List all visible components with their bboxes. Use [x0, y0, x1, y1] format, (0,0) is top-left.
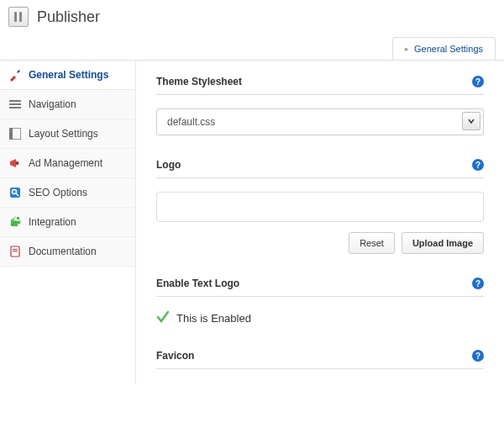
help-icon[interactable]: ?: [472, 159, 484, 171]
sidebar-item-label: SEO Options: [29, 187, 87, 198]
layout-icon: [8, 127, 22, 140]
svg-rect-0: [14, 12, 17, 22]
reset-button[interactable]: Reset: [349, 232, 395, 254]
section-head: Logo ?: [156, 159, 484, 178]
sidebar-item-documentation[interactable]: Documentation: [0, 237, 135, 267]
tools-icon: [8, 68, 22, 82]
section-enable-text-logo: Enable Text Logo ? This is Enabled: [156, 278, 484, 326]
help-icon[interactable]: ?: [472, 350, 484, 362]
upload-image-button[interactable]: Upload Image: [402, 232, 484, 254]
section-head: Favicon ?: [156, 350, 484, 369]
stylesheet-select-wrap: [156, 108, 484, 135]
svg-rect-13: [13, 249, 18, 250]
sidebar-item-label: Ad Management: [29, 157, 102, 169]
sidebar-item-label: Documentation: [29, 246, 97, 257]
section-head: Enable Text Logo ?: [156, 278, 484, 297]
main-content: Theme Stylesheet ? Logo ? Reset Upload I…: [136, 61, 504, 384]
sidebar-item-label: Layout Settings: [29, 128, 98, 140]
tab-label: General Settings: [414, 44, 483, 54]
sidebar-item-label: Integration: [29, 216, 76, 228]
sidebar-item-label: Navigation: [29, 98, 76, 110]
tab-arrow-icon: ▸: [405, 45, 409, 53]
svg-rect-7: [9, 128, 13, 140]
svg-rect-14: [13, 251, 18, 251]
enabled-status-row: This is Enabled: [156, 310, 484, 326]
svg-rect-3: [9, 100, 21, 102]
section-head: Theme Stylesheet ?: [156, 76, 484, 95]
sidebar-item-general-settings[interactable]: General Settings: [0, 61, 135, 90]
sidebar-item-seo-options[interactable]: SEO Options: [0, 178, 135, 208]
sidebar-item-ad-management[interactable]: Ad Management: [0, 149, 135, 178]
logo-button-row: Reset Upload Image: [156, 232, 484, 254]
app-title: Publisher: [37, 8, 100, 26]
sidebar-item-navigation[interactable]: Navigation: [0, 90, 135, 119]
sidebar-item-label: General Settings: [29, 69, 108, 81]
logo-input[interactable]: [156, 192, 484, 222]
svg-rect-8: [16, 161, 18, 165]
help-icon[interactable]: ?: [472, 278, 484, 289]
list-icon: [8, 98, 22, 111]
tab-general-settings[interactable]: ▸ General Settings: [392, 37, 496, 60]
svg-rect-5: [9, 107, 21, 108]
megaphone-icon: [8, 156, 22, 170]
app-header: Publisher: [0, 0, 504, 37]
svg-rect-9: [10, 188, 20, 198]
svg-rect-4: [9, 103, 21, 105]
help-icon[interactable]: ?: [472, 76, 484, 87]
app-logo-icon: [8, 7, 29, 27]
main-layout: General Settings Navigation Layout Setti…: [0, 61, 504, 384]
section-label: Logo: [156, 159, 181, 171]
check-icon: [156, 310, 170, 326]
enabled-status-text: This is Enabled: [176, 312, 251, 325]
document-icon: [8, 245, 22, 258]
svg-point-2: [18, 71, 19, 72]
sidebar-item-integration[interactable]: Integration: [0, 208, 135, 237]
section-favicon: Favicon ?: [156, 350, 484, 369]
search-icon: [8, 186, 22, 199]
section-theme-stylesheet: Theme Stylesheet ?: [156, 76, 484, 135]
sidebar-item-layout-settings[interactable]: Layout Settings: [0, 119, 135, 149]
svg-rect-1: [19, 12, 22, 22]
section-label: Enable Text Logo: [156, 278, 239, 289]
section-logo: Logo ? Reset Upload Image: [156, 159, 484, 254]
tab-bar: ▸ General Settings: [0, 37, 504, 61]
puzzle-icon: [8, 215, 22, 229]
section-label: Theme Stylesheet: [156, 76, 242, 87]
sidebar: General Settings Navigation Layout Setti…: [0, 61, 136, 384]
stylesheet-select[interactable]: [156, 108, 484, 135]
section-label: Favicon: [156, 350, 194, 362]
